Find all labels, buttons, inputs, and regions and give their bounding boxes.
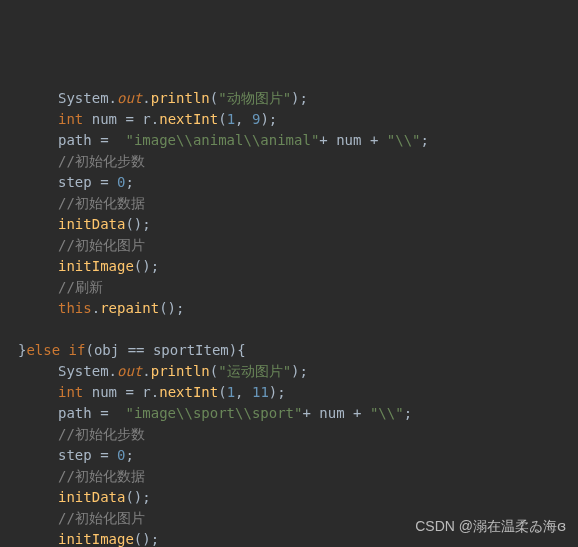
code-line: //初始化步数 bbox=[8, 151, 570, 172]
watermark: CSDN @溺在温柔ゐ海ɞ bbox=[415, 516, 566, 537]
code-line: this.repaint(); bbox=[8, 298, 570, 319]
code-line: //初始化数据 bbox=[8, 193, 570, 214]
code-line: step = 0; bbox=[8, 172, 570, 193]
code-line: initData(); bbox=[8, 487, 570, 508]
code-line bbox=[8, 319, 570, 340]
code-line: int num = r.nextInt(1, 11); bbox=[8, 382, 570, 403]
code-line: int num = r.nextInt(1, 9); bbox=[8, 109, 570, 130]
code-line: //初始化数据 bbox=[8, 466, 570, 487]
code-line: initImage(); bbox=[8, 256, 570, 277]
code-line: //初始化图片 bbox=[8, 235, 570, 256]
code-line: System.out.println("动物图片"); bbox=[8, 88, 570, 109]
code-line: //初始化步数 bbox=[8, 424, 570, 445]
code-line: initData(); bbox=[8, 214, 570, 235]
code-line: }else if(obj == sportItem){ bbox=[8, 340, 570, 361]
code-line: //刷新 bbox=[8, 277, 570, 298]
code-line: System.out.println("运动图片"); bbox=[8, 361, 570, 382]
code-line: path = "image\\animal\\animal"+ num + "\… bbox=[8, 130, 570, 151]
code-block: System.out.println("动物图片");int num = r.n… bbox=[8, 88, 570, 547]
code-line: path = "image\\sport\\sport"+ num + "\\"… bbox=[8, 403, 570, 424]
code-line: step = 0; bbox=[8, 445, 570, 466]
